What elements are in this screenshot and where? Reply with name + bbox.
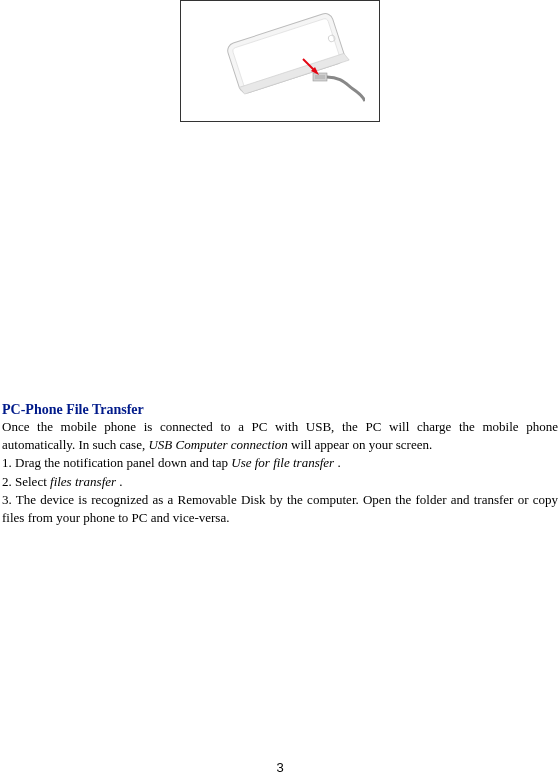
page-content: PC-Phone File Transfer Once the mobile p… (0, 0, 560, 527)
phone-usb-illustration (195, 11, 365, 111)
step2-suffix: . (116, 474, 123, 489)
section-heading: PC-Phone File Transfer (2, 402, 558, 418)
step2-em: files transfer (50, 474, 116, 489)
step2-prefix: 2. Select (2, 474, 50, 489)
step-2: 2. Select files transfer . (2, 473, 558, 491)
step1-em: Use for file transfer (231, 455, 334, 470)
step-3: 3. The device is recognized as a Removab… (2, 491, 558, 527)
illustration-frame (180, 0, 380, 122)
step1-suffix: . (334, 455, 341, 470)
intro-paragraph: Once the mobile phone is connected to a … (2, 418, 558, 454)
page-number: 3 (276, 760, 283, 775)
intro-text-2: will appear on your screen. (288, 437, 432, 452)
section-body: Once the mobile phone is connected to a … (2, 418, 558, 527)
step1-prefix: 1. Drag the notification panel down and … (2, 455, 231, 470)
intro-em: USB Computer connection (148, 437, 287, 452)
step-1: 1. Drag the notification panel down and … (2, 454, 558, 472)
svg-rect-4 (315, 75, 325, 79)
